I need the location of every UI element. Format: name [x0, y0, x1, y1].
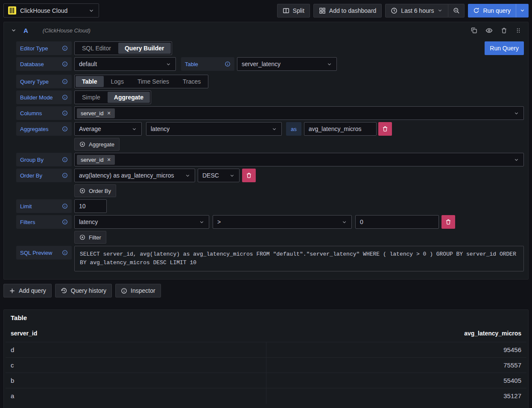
order-by-expression-select[interactable]: avg(latency) as avg_latency_micros [74, 169, 195, 182]
columns-tag-server-id: server_id ✕ [77, 108, 115, 118]
editor-type-row: Editor Type SQL Editor Query Builder Run… [16, 41, 524, 55]
aggregate-alias-input[interactable]: avg_latency_micros [304, 122, 377, 136]
remove-order-by-button[interactable] [242, 169, 256, 182]
column-header-avg-latency-micros[interactable]: avg_latency_micros [266, 326, 526, 342]
order-by-label: Order By [16, 169, 72, 182]
query-type-option-time-series[interactable]: Time Series [131, 76, 175, 87]
trash-icon [246, 172, 252, 178]
collapse-query-icon[interactable] [11, 27, 17, 33]
aggregate-column-select[interactable]: latency [146, 122, 282, 136]
info-icon[interactable] [62, 61, 68, 67]
remove-filter-button[interactable] [441, 215, 455, 229]
split-pane-icon [283, 7, 289, 14]
time-range-picker[interactable]: Last 6 hours [385, 4, 448, 17]
order-by-direction-value: DESC [202, 172, 219, 179]
remove-aggregate-button[interactable] [378, 122, 392, 136]
info-icon[interactable] [62, 219, 68, 225]
run-query-button[interactable]: Run query [468, 4, 516, 17]
info-icon[interactable] [62, 250, 68, 256]
limit-label: Limit [16, 199, 72, 213]
info-icon[interactable] [62, 45, 68, 51]
columns-label: Columns [16, 106, 72, 120]
query-ref-id[interactable]: A [23, 27, 28, 34]
chevron-down-icon [437, 8, 443, 13]
group-by-multiselect[interactable]: server_id ✕ [74, 153, 524, 166]
query-history-button[interactable]: Query history [55, 284, 112, 297]
add-order-by-button[interactable]: Order By [74, 184, 116, 197]
table-result-panel: Table server_id avg_latency_micros d 954… [3, 309, 529, 408]
circle-plus-icon [79, 188, 85, 194]
circle-plus-icon [79, 234, 85, 240]
time-zoom-out-button[interactable] [448, 4, 465, 17]
database-select[interactable]: default [74, 57, 176, 71]
query-type-option-logs[interactable]: Logs [105, 76, 130, 87]
run-query-dropdown-toggle[interactable] [516, 4, 529, 17]
filter-value-input[interactable]: 0 [355, 215, 439, 229]
query-type-option-table[interactable]: Table [76, 76, 104, 87]
add-to-dashboard-button[interactable]: Add to dashboard [313, 4, 382, 17]
columns-multiselect[interactable]: server_id ✕ [74, 106, 524, 120]
order-by-direction-select[interactable]: DESC [198, 169, 240, 182]
group-by-label: Group By [16, 153, 72, 166]
clock-icon [391, 7, 398, 14]
duplicate-query-icon[interactable] [471, 27, 477, 34]
info-icon[interactable] [62, 203, 68, 209]
column-header-server-id[interactable]: server_id [6, 326, 266, 342]
info-icon[interactable] [62, 110, 68, 116]
editor-type-option-query-builder[interactable]: Query Builder [118, 43, 171, 54]
cell-avg-latency: 55405 [266, 373, 526, 388]
clickhouse-logo-icon [8, 6, 16, 15]
query-type-row: Query Type Table Logs Time Series Traces [16, 75, 524, 88]
builder-mode-option-simple[interactable]: Simple [76, 92, 107, 103]
cell-server-id: d [6, 342, 266, 358]
remove-tag-icon[interactable]: ✕ [107, 157, 111, 162]
add-aggregate-button[interactable]: Aggregate [74, 138, 120, 151]
filter-operator-select[interactable]: > [213, 215, 352, 229]
table-row: d 95456 [6, 342, 526, 358]
add-order-by-row: Order By [16, 184, 524, 197]
group-by-tag-server-id: server_id ✕ [77, 155, 115, 165]
filter-column-select[interactable]: latency [74, 215, 209, 229]
trash-icon [382, 126, 388, 132]
drag-handle-icon[interactable] [515, 27, 521, 34]
table-value: server_latency [242, 61, 281, 67]
filter-operator-value: > [217, 219, 221, 225]
info-icon[interactable] [62, 172, 68, 178]
builder-mode-row: Builder Mode Simple Aggregate [16, 90, 524, 104]
aggregate-column-value: latency [151, 125, 170, 132]
info-icon[interactable] [62, 157, 68, 163]
limit-input[interactable]: 10 [74, 199, 107, 213]
split-button[interactable]: Split [277, 4, 310, 17]
hide-query-eye-icon[interactable] [485, 27, 493, 34]
inspector-button[interactable]: Inspector [115, 284, 161, 297]
order-by-expression-value: avg(latency) as avg_latency_micros [79, 172, 174, 179]
chevron-down-icon [272, 126, 277, 132]
editor-type-option-sql-editor[interactable]: SQL Editor [76, 43, 117, 54]
info-icon[interactable] [62, 79, 68, 85]
order-by-row: Order By avg(latency) as avg_latency_mic… [16, 169, 524, 182]
cell-avg-latency: 35127 [266, 388, 526, 404]
sql-preview-label: SQL Preview [16, 246, 72, 259]
cell-server-id: b [6, 373, 266, 388]
remove-tag-icon[interactable]: ✕ [107, 111, 111, 116]
info-icon[interactable] [225, 61, 231, 67]
builder-mode-option-aggregate[interactable]: Aggregate [108, 92, 150, 103]
table-select[interactable]: server_latency [237, 57, 337, 71]
info-icon[interactable] [62, 126, 68, 132]
aggregate-function-select[interactable]: Average [74, 122, 142, 136]
delete-query-trash-icon[interactable] [501, 27, 507, 34]
editor-run-query-button[interactable]: Run Query [485, 41, 524, 55]
add-filter-button[interactable]: Filter [74, 231, 106, 244]
chevron-down-icon [327, 61, 332, 67]
query-type-option-traces[interactable]: Traces [176, 76, 207, 87]
add-query-button[interactable]: Add query [3, 284, 52, 297]
datasource-picker[interactable]: ClickHouse Cloud [3, 3, 99, 17]
info-icon[interactable] [62, 94, 68, 100]
chevron-down-icon [166, 61, 171, 67]
chevron-down-icon [514, 157, 519, 163]
database-value: default [79, 61, 97, 67]
dashboard-grid-icon [319, 7, 326, 14]
run-query-split-button: Run query [468, 4, 529, 17]
query-datasource-hint: (ClickHouse Cloud) [43, 27, 91, 34]
chevron-down-icon [229, 173, 235, 178]
